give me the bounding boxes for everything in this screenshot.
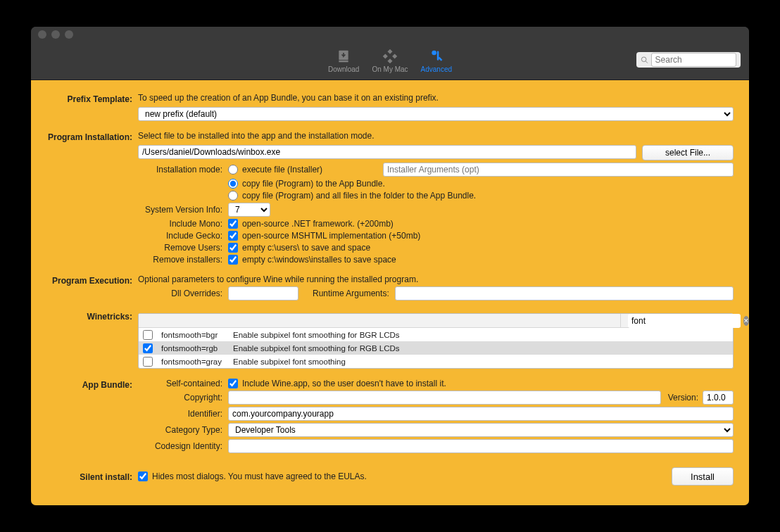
tab-download[interactable]: Download	[328, 49, 359, 73]
include-mono-desc: open-source .NET framework. (+200mb)	[242, 219, 394, 229]
winetricks-row-checkbox[interactable]	[143, 357, 153, 367]
tab-on-my-mac[interactable]: On My Mac	[372, 49, 408, 73]
include-gecko-checkbox[interactable]	[228, 231, 238, 241]
include-mono-checkbox[interactable]	[228, 219, 238, 229]
svg-point-8	[641, 57, 646, 62]
mode-copy1-radio[interactable]	[228, 179, 238, 189]
close-traffic-light[interactable]	[38, 30, 46, 39]
remove-users-desc: empty c:\users\ to save and space	[242, 243, 370, 253]
zoom-traffic-light[interactable]	[65, 30, 73, 39]
winetricks-header: ✕	[139, 314, 733, 328]
copyright-label: Copyright:	[138, 393, 228, 403]
mode-copy2-text: copy file (Program) and all files in the…	[242, 191, 476, 201]
include-mono-label: Include Mono:	[138, 219, 228, 229]
svg-rect-1	[339, 61, 348, 63]
minimize-traffic-light[interactable]	[51, 30, 60, 39]
version-input[interactable]	[703, 391, 734, 405]
svg-line-9	[646, 61, 648, 63]
identifier-input[interactable]	[228, 407, 734, 421]
svg-rect-3	[383, 53, 388, 58]
winetricks-row-name: fontsmooth=rgb	[161, 344, 229, 353]
winetricks-row-desc: Enable subpixel font smoothing	[233, 357, 346, 366]
remove-users-label: Remove Users:	[138, 243, 228, 253]
install-button[interactable]: Install	[672, 467, 734, 486]
silent-install-label: Silent install:	[46, 471, 138, 482]
svg-point-6	[432, 51, 436, 56]
program-execution-label: Program Execution:	[46, 274, 138, 286]
program-execution-desc: Optional parameters to configure Wine wh…	[138, 274, 734, 284]
tab-label: On My Mac	[372, 65, 408, 73]
identifier-label: Identifier:	[138, 409, 228, 419]
toolbar-search-input[interactable]	[651, 53, 736, 67]
content-area: Prefix Template: To speed up the creatio…	[31, 80, 749, 505]
version-label: Version:	[661, 393, 703, 403]
installer-args-input[interactable]	[383, 163, 734, 177]
winetricks-row-name: fontsmooth=gray	[161, 357, 229, 366]
self-contained-checkbox[interactable]	[228, 379, 238, 388]
toolbar: Download On My Mac Advanced	[31, 42, 749, 80]
svg-rect-7	[437, 51, 439, 61]
mode-copy2-radio[interactable]	[228, 191, 238, 201]
program-installation-desc: Select file to be installed into the app…	[138, 131, 734, 141]
winetricks-list: ✕ fontsmooth=bgr Enable subpixel font sm…	[138, 313, 734, 369]
runtime-args-input[interactable]	[395, 286, 734, 300]
winetricks-search-input[interactable]	[628, 314, 741, 328]
category-type-label: Category Type:	[138, 425, 228, 435]
prefix-template-label: Prefix Template:	[46, 93, 138, 104]
svg-rect-5	[387, 58, 392, 63]
winetricks-row-checkbox[interactable]	[143, 330, 153, 340]
titlebar	[31, 27, 749, 42]
dll-overrides-input[interactable]	[228, 286, 298, 300]
prefix-template-desc: To speed up the creation of an App Bundl…	[138, 93, 734, 103]
tab-label: Advanced	[421, 65, 452, 73]
install-path-input[interactable]	[138, 145, 636, 159]
diamond-grid-icon	[381, 49, 399, 64]
app-bundle-label: App Bundle:	[46, 379, 138, 390]
prefix-template-select[interactable]: new prefix (default)	[138, 107, 734, 121]
remove-installers-desc: empty c:\windows\installes to save space	[242, 255, 396, 265]
winetricks-label: Winetricks:	[46, 310, 138, 322]
svg-rect-2	[387, 49, 392, 54]
winetricks-row[interactable]: fontsmooth=rgb Enable subpixel font smoo…	[139, 341, 733, 355]
toolbar-search[interactable]	[636, 52, 741, 68]
winetricks-row[interactable]: fontsmooth=bgr Enable subpixel font smoo…	[139, 328, 733, 341]
wrench-gear-icon	[427, 49, 446, 64]
search-icon	[641, 56, 648, 64]
mode-copy1-text: copy file (Program) to the App Bundle.	[242, 179, 385, 189]
mode-execute-radio[interactable]	[228, 165, 238, 175]
winetricks-row[interactable]: fontsmooth=gray Enable subpixel font smo…	[139, 355, 733, 368]
mode-execute-text: execute file (Installer)	[242, 165, 383, 175]
winetricks-row-desc: Enable subpixel font smoothing for BGR L…	[233, 331, 400, 339]
codesign-identity-input[interactable]	[228, 439, 734, 453]
self-contained-desc: Include Wine.app, so the user doesn't ha…	[242, 379, 446, 388]
winetricks-search[interactable]: ✕	[620, 314, 733, 328]
codesign-identity-label: Codesign Identity:	[138, 441, 228, 451]
runtime-args-label: Runtime Arguments:	[313, 289, 395, 298]
remove-installers-label: Remove installers:	[138, 255, 228, 265]
select-file-button[interactable]: select File...	[642, 145, 734, 160]
category-type-select[interactable]: Developer Tools	[228, 423, 734, 437]
remove-users-checkbox[interactable]	[228, 243, 238, 253]
system-version-label: System Version Info:	[138, 205, 228, 215]
installation-mode-label: Installation mode:	[138, 165, 228, 175]
self-contained-label: Self-contained:	[138, 379, 228, 388]
program-installation-label: Program Installation:	[46, 131, 138, 142]
dll-overrides-label: Dll Overrides:	[138, 289, 228, 298]
silent-install-desc: Hides most dialogs. You must have agreed…	[152, 471, 367, 481]
silent-install-checkbox[interactable]	[138, 471, 148, 481]
toolbar-tabs: Download On My Mac Advanced	[328, 49, 452, 73]
tab-label: Download	[328, 65, 359, 73]
tab-advanced[interactable]: Advanced	[421, 49, 452, 73]
copyright-input[interactable]	[228, 391, 661, 405]
app-window: Download On My Mac Advanced Prefix Templ…	[31, 27, 749, 505]
winetricks-row-name: fontsmooth=bgr	[161, 331, 229, 339]
download-icon	[334, 49, 353, 64]
svg-rect-4	[392, 53, 397, 58]
winetricks-row-checkbox[interactable]	[143, 343, 153, 353]
include-gecko-desc: open-source MSHTML implementation (+50mb…	[242, 231, 420, 241]
clear-search-icon[interactable]: ✕	[743, 316, 749, 326]
remove-installers-checkbox[interactable]	[228, 255, 238, 265]
winetricks-row-desc: Enable subpixel font smoothing for RGB L…	[233, 344, 400, 353]
include-gecko-label: Include Gecko:	[138, 231, 228, 241]
system-version-select[interactable]: 7	[228, 203, 270, 217]
